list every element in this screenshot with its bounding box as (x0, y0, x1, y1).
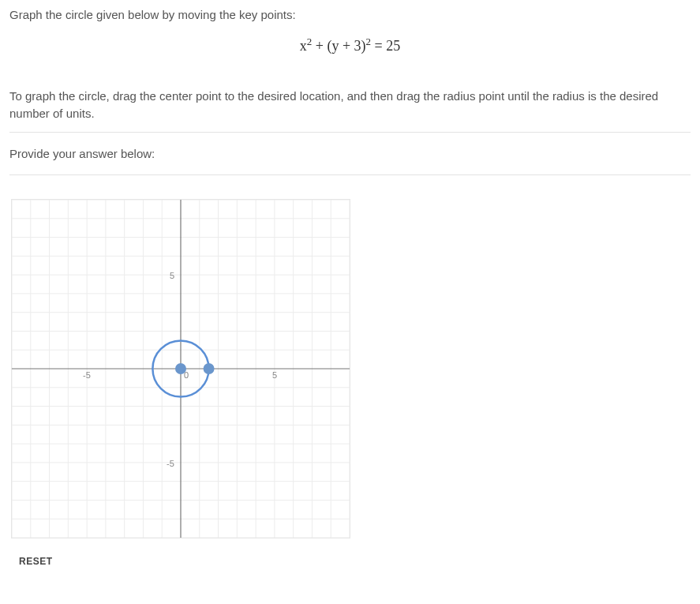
equation-math: x2 + (y + 3)2 = 25 (300, 38, 400, 54)
radius-point-handle[interactable] (204, 363, 215, 374)
equation-display: x2 + (y + 3)2 = 25 (9, 36, 691, 54)
reset-button[interactable]: RESET (19, 556, 53, 567)
x-tick-pos5: 5 (272, 370, 277, 380)
graph-svg[interactable]: -5 5 5 -5 0 (12, 200, 350, 538)
question-prompt: Graph the circle given below by moving t… (9, 8, 691, 21)
x-tick-neg5: -5 (83, 370, 91, 380)
coordinate-graph[interactable]: -5 5 5 -5 0 (11, 199, 350, 538)
instruction-text: To graph the circle, drag the center poi… (9, 88, 691, 133)
answer-label: Provide your answer below: (9, 133, 691, 175)
center-point-handle[interactable] (175, 363, 186, 374)
y-tick-pos5: 5 (170, 271, 174, 280)
y-tick-neg5: -5 (167, 459, 174, 468)
